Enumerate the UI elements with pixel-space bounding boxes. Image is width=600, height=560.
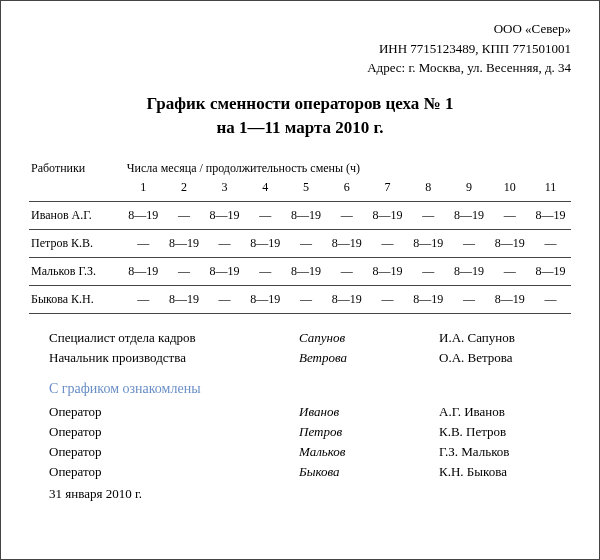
approver-signature: Сапунов: [299, 328, 439, 348]
day-header: 7: [367, 178, 408, 202]
shift-cell: —: [326, 201, 367, 229]
table-row: Иванов А.Г.8—19—8—19—8—19—8—19—8—19—8—19: [29, 201, 571, 229]
ack-heading: С графиком ознакомлены: [49, 378, 571, 400]
shift-cell: 8—19: [245, 229, 286, 257]
day-header: 10: [489, 178, 530, 202]
table-row: Быкова К.Н.—8—19—8—19—8—19—8—19—8—19—: [29, 285, 571, 313]
employee-name: Петров К.В.: [29, 229, 123, 257]
shift-cell: 8—19: [408, 285, 449, 313]
document-page: ООО «Север» ИНН 7715123489, КПП 77150100…: [0, 0, 600, 560]
shift-cell: —: [245, 257, 286, 285]
acknowledgement-block: С графиком ознакомлены ОператорИвановА.Г…: [29, 378, 571, 504]
company-name: ООО «Север»: [29, 19, 571, 39]
shift-cell: 8—19: [204, 257, 245, 285]
shift-cell: —: [123, 229, 164, 257]
day-header: 11: [530, 178, 571, 202]
shift-cell: —: [367, 229, 408, 257]
shift-cell: —: [408, 201, 449, 229]
schedule-table: Работники Числа месяца / продолжительнос…: [29, 155, 571, 314]
day-header: 1: [123, 178, 164, 202]
day-header: 6: [326, 178, 367, 202]
shift-cell: —: [286, 229, 327, 257]
shift-cell: —: [530, 285, 571, 313]
ack-row: ОператорИвановА.Г. Иванов: [49, 402, 571, 422]
ack-signature: Петров: [299, 422, 439, 442]
shift-cell: —: [326, 257, 367, 285]
day-header: 3: [204, 178, 245, 202]
shift-cell: 8—19: [530, 201, 571, 229]
day-header: 5: [286, 178, 327, 202]
shift-cell: —: [164, 257, 205, 285]
title-line1: График сменности операторов цеха № 1: [29, 92, 571, 117]
ack-signature: Иванов: [299, 402, 439, 422]
shift-cell: —: [449, 229, 490, 257]
company-ids: ИНН 7715123489, КПП 771501001: [29, 39, 571, 59]
ack-role: Оператор: [49, 422, 299, 442]
shift-cell: 8—19: [164, 285, 205, 313]
table-row: Петров К.В.—8—19—8—19—8—19—8—19—8—19—: [29, 229, 571, 257]
day-header: 4: [245, 178, 286, 202]
shift-cell: 8—19: [530, 257, 571, 285]
ack-name: Г.З. Мальков: [439, 442, 571, 462]
document-title: График сменности операторов цеха № 1 на …: [29, 92, 571, 141]
shift-cell: 8—19: [204, 201, 245, 229]
shift-cell: 8—19: [489, 285, 530, 313]
ack-name: К.В. Петров: [439, 422, 571, 442]
ack-name: К.Н. Быкова: [439, 462, 571, 482]
col-days-span: Числа месяца / продолжительность смены (…: [123, 155, 571, 178]
shift-cell: 8—19: [123, 201, 164, 229]
approvers-block: Специалист отдела кадровСапуновИ.А. Сапу…: [29, 328, 571, 368]
ack-row: ОператорПетровК.В. Петров: [49, 422, 571, 442]
approver-name: И.А. Сапунов: [439, 328, 571, 348]
shift-cell: 8—19: [164, 229, 205, 257]
shift-cell: —: [449, 285, 490, 313]
ack-row: ОператорМальковГ.З. Мальков: [49, 442, 571, 462]
shift-cell: 8—19: [286, 201, 327, 229]
shift-cell: —: [489, 257, 530, 285]
shift-cell: —: [408, 257, 449, 285]
shift-cell: 8—19: [449, 201, 490, 229]
shift-cell: 8—19: [449, 257, 490, 285]
shift-cell: 8—19: [367, 201, 408, 229]
day-header: 8: [408, 178, 449, 202]
approver-row: Специалист отдела кадровСапуновИ.А. Сапу…: [49, 328, 571, 348]
ack-signature: Быкова: [299, 462, 439, 482]
shift-cell: 8—19: [326, 285, 367, 313]
title-line2: на 1—11 марта 2010 г.: [29, 116, 571, 141]
col-employees: Работники: [29, 155, 123, 178]
day-header: 2: [164, 178, 205, 202]
ack-signature: Мальков: [299, 442, 439, 462]
shift-cell: 8—19: [489, 229, 530, 257]
approver-signature: Ветрова: [299, 348, 439, 368]
shift-cell: —: [367, 285, 408, 313]
shift-cell: 8—19: [326, 229, 367, 257]
employee-name: Мальков Г.З.: [29, 257, 123, 285]
day-header: 9: [449, 178, 490, 202]
shift-cell: —: [530, 229, 571, 257]
table-row: Мальков Г.З.8—19—8—19—8—19—8—19—8—19—8—1…: [29, 257, 571, 285]
shift-cell: —: [164, 201, 205, 229]
document-date: 31 января 2010 г.: [49, 484, 571, 504]
company-address: Адрес: г. Москва, ул. Весенняя, д. 34: [29, 58, 571, 78]
ack-role: Оператор: [49, 462, 299, 482]
employee-name: Иванов А.Г.: [29, 201, 123, 229]
shift-cell: 8—19: [408, 229, 449, 257]
org-header: ООО «Север» ИНН 7715123489, КПП 77150100…: [29, 19, 571, 78]
employee-name: Быкова К.Н.: [29, 285, 123, 313]
ack-row: ОператорБыковаК.Н. Быкова: [49, 462, 571, 482]
shift-cell: —: [286, 285, 327, 313]
table-header-row-2: 1234567891011: [29, 178, 571, 202]
approver-role: Специалист отдела кадров: [49, 328, 299, 348]
shift-cell: —: [245, 201, 286, 229]
ack-role: Оператор: [49, 442, 299, 462]
approver-role: Начальник производства: [49, 348, 299, 368]
shift-cell: 8—19: [245, 285, 286, 313]
table-header-row-1: Работники Числа месяца / продолжительнос…: [29, 155, 571, 178]
shift-cell: —: [204, 229, 245, 257]
shift-cell: 8—19: [123, 257, 164, 285]
approver-name: О.А. Ветрова: [439, 348, 571, 368]
approver-row: Начальник производстваВетроваО.А. Ветров…: [49, 348, 571, 368]
col-employees-blank: [29, 178, 123, 202]
shift-cell: —: [204, 285, 245, 313]
ack-name: А.Г. Иванов: [439, 402, 571, 422]
